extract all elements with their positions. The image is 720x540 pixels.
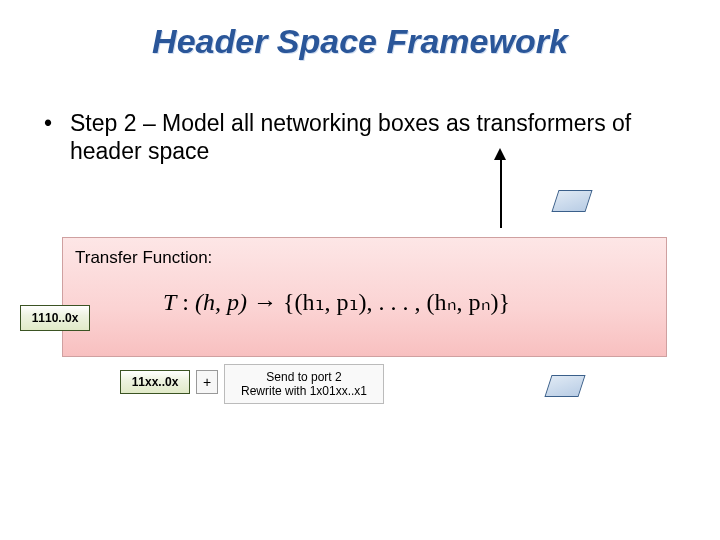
- formula-T: T: [163, 289, 176, 315]
- match-pattern-box: 11xx..0x: [120, 370, 190, 394]
- formula-set: {(h₁, p₁), . . . , (hₙ, pₙ)}: [283, 289, 510, 315]
- input-header-box: 1110..0x: [20, 305, 90, 331]
- axis-vertical: [500, 158, 502, 228]
- plus-box: +: [196, 370, 218, 394]
- transfer-function-formula: T : (h, p) → {(h₁, p₁), . . . , (hₙ, pₙ)…: [163, 288, 510, 316]
- transfer-function-label: Transfer Function:: [75, 248, 212, 268]
- page-title: Header Space Framework: [0, 22, 720, 61]
- action-line-1: Send to port 2: [225, 370, 383, 384]
- output-cube-1: [551, 190, 592, 212]
- step-bullet: Step 2 – Model all networking boxes as t…: [70, 110, 670, 165]
- transfer-function-panel: Transfer Function: T : (h, p) → {(h₁, p₁…: [62, 237, 667, 357]
- action-box: Send to port 2 Rewrite with 1x01xx..x1: [224, 364, 384, 404]
- output-cube-2: [544, 375, 585, 397]
- formula-hp: (h, p): [195, 289, 247, 315]
- arrowhead-up-icon: [494, 148, 506, 160]
- action-line-2: Rewrite with 1x01xx..x1: [225, 384, 383, 398]
- formula-colon: :: [176, 289, 195, 315]
- formula-arrow: →: [247, 289, 283, 315]
